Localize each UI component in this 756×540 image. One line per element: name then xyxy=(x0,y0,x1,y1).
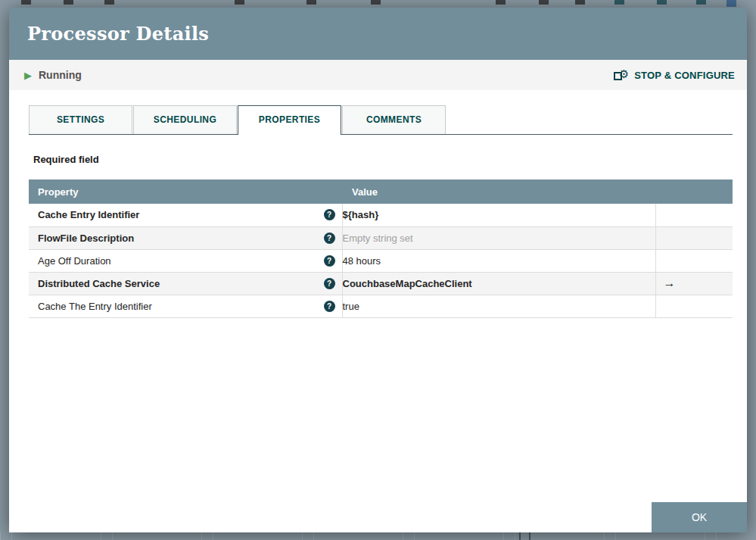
ok-button[interactable]: OK xyxy=(652,502,747,532)
dialog-header: Processor Details xyxy=(9,8,747,60)
property-name: Age Off Duration xyxy=(38,255,111,267)
clipped-toolbar-icon xyxy=(539,0,549,5)
help-icon[interactable]: ? xyxy=(324,209,335,220)
properties-table: Property Value Cache Entry Identifier ? … xyxy=(29,179,733,318)
dialog-title: Processor Details xyxy=(27,23,209,45)
required-field-note: Required field xyxy=(29,154,733,165)
canvas-toolbar-clipped xyxy=(0,0,756,8)
stop-and-configure-button[interactable]: ⚙ STOP & CONFIGURE xyxy=(614,68,735,82)
go-to-service-icon[interactable]: → xyxy=(664,276,676,289)
clipped-toolbar-icon xyxy=(21,0,31,5)
property-value: Empty string set xyxy=(342,226,655,249)
running-icon: ▶ xyxy=(24,70,32,80)
property-value: true xyxy=(342,295,655,317)
tab-bar: SETTINGS SCHEDULING PROPERTIES COMMENTS xyxy=(29,105,733,135)
status-bar: ▶ Running ⚙ STOP & CONFIGURE xyxy=(9,60,747,90)
clipped-toolbar-icon xyxy=(306,0,316,5)
run-status: ▶ Running xyxy=(24,69,82,81)
clipped-toolbar-icon xyxy=(614,0,624,5)
tab-comments[interactable]: COMMENTS xyxy=(342,105,446,134)
property-name: Cache The Entry Identifier xyxy=(38,301,152,312)
help-icon[interactable]: ? xyxy=(324,278,335,289)
property-name: FlowFile Description xyxy=(38,233,134,244)
canvas-grid-strip xyxy=(0,532,756,540)
clipped-toolbar-icon xyxy=(496,0,506,5)
tab-settings[interactable]: SETTINGS xyxy=(29,105,132,134)
property-value: CouchbaseMapCacheClient xyxy=(342,272,655,295)
stop-configure-icon: ⚙ xyxy=(614,68,629,82)
clipped-toolbar-icon xyxy=(575,0,585,5)
help-icon[interactable]: ? xyxy=(324,255,335,267)
clipped-toolbar-icon xyxy=(657,0,667,5)
stop-configure-label: STOP & CONFIGURE xyxy=(634,70,735,81)
table-row: Age Off Duration ? 48 hours xyxy=(29,249,733,272)
status-label: Running xyxy=(39,69,82,81)
property-name: Cache Entry Identifier xyxy=(38,209,139,220)
table-row: Distributed Cache Service ? CouchbaseMap… xyxy=(29,272,733,295)
tab-properties[interactable]: PROPERTIES xyxy=(238,105,341,135)
value-column-header: Value xyxy=(342,179,655,204)
help-icon[interactable]: ? xyxy=(324,301,335,312)
canvas-gridline xyxy=(529,532,530,540)
help-icon[interactable]: ? xyxy=(324,233,335,244)
clipped-toolbar-icon xyxy=(104,0,114,5)
clipped-toolbar-icon xyxy=(371,0,381,5)
processor-details-dialog: Processor Details ▶ Running ⚙ STOP & CON… xyxy=(9,8,747,532)
clipped-toolbar-icon xyxy=(64,0,73,5)
table-row: Cache Entry Identifier ? ${hash} xyxy=(29,204,733,226)
property-name: Distributed Cache Service xyxy=(38,278,160,289)
clipped-toolbar-icon xyxy=(726,0,736,7)
property-value: 48 hours xyxy=(342,249,655,272)
table-row: FlowFile Description ? Empty string set xyxy=(29,226,733,249)
clipped-toolbar-icon xyxy=(696,0,706,5)
goto-column-header xyxy=(655,179,733,204)
clipped-toolbar-icon xyxy=(235,0,244,5)
table-header-row: Property Value xyxy=(29,179,733,204)
property-value: ${hash} xyxy=(342,204,655,226)
canvas-gridline xyxy=(519,532,521,540)
dialog-content: SETTINGS SCHEDULING PROPERTIES COMMENTS … xyxy=(9,105,747,318)
table-row: Cache The Entry Identifier ? true xyxy=(29,295,733,317)
property-column-header: Property xyxy=(29,179,342,204)
tab-scheduling[interactable]: SCHEDULING xyxy=(133,105,237,134)
